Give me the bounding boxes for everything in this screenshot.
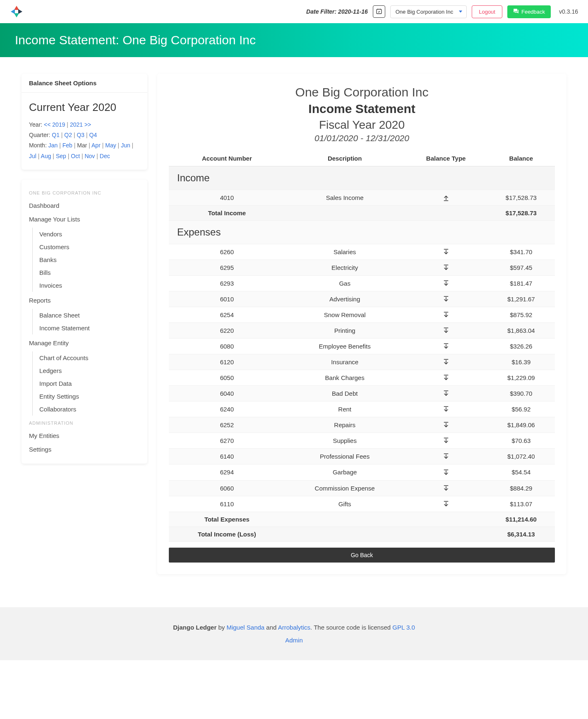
quarter-link-q4[interactable]: Q4 — [89, 132, 97, 138]
nav-report-balance-sheet[interactable]: Balance Sheet — [33, 309, 147, 322]
month-link-may[interactable]: May — [105, 142, 116, 149]
arrow-down-icon — [442, 452, 450, 459]
footer-admin-link[interactable]: Admin — [285, 637, 303, 644]
footer-company-link[interactable]: Arrobalytics — [278, 624, 310, 631]
month-link-jan[interactable]: Jan — [48, 142, 58, 149]
nav-report-income-statement[interactable]: Income Statement — [33, 322, 147, 334]
nav-entity-import-data[interactable]: Import Data — [33, 377, 147, 390]
entity-select[interactable]: One Big Corporation Inc — [390, 5, 467, 18]
footer-author-link[interactable]: Miguel Sanda — [226, 624, 264, 631]
arrow-up-icon — [442, 194, 450, 201]
arrow-down-icon — [442, 295, 450, 302]
col-balance-type: Balance Type — [405, 151, 487, 166]
table-row: 6040Bad Debt$390.70 — [169, 386, 555, 402]
month-link-jun[interactable]: Jun — [121, 142, 130, 149]
quarter-link-q1[interactable]: Q1 — [52, 132, 60, 138]
nav-list-invoices[interactable]: Invoices — [33, 279, 147, 292]
nav-section-entity: ONE BIG CORPORATION INC — [22, 187, 147, 199]
arrow-down-icon — [442, 279, 450, 286]
col-description: Description — [285, 151, 405, 166]
options-card: Balance Sheet Options Current Year 2020 … — [22, 74, 147, 170]
nav-list-banks[interactable]: Banks — [33, 253, 147, 266]
logout-button[interactable]: Logout — [472, 5, 502, 18]
prev-year-link[interactable]: << 2019 — [44, 121, 65, 128]
quarter-link-q2[interactable]: Q2 — [64, 132, 72, 138]
month-current: Mar — [77, 142, 87, 149]
comment-icon — [513, 8, 519, 15]
nav-list-vendors[interactable]: Vendors — [33, 228, 147, 240]
table-row: 6260Salaries$341.70 — [169, 244, 555, 260]
table-row: 6293Gas$181.47 — [169, 276, 555, 291]
hero-banner: Income Statement: One Big Corporation In… — [0, 23, 588, 57]
svg-rect-4 — [377, 9, 382, 14]
arrow-down-icon — [442, 342, 450, 349]
nav-entity-collaborators[interactable]: Collaborators — [33, 403, 147, 416]
footer-license-link[interactable]: GPL 3.0 — [392, 624, 415, 631]
page-title: Income Statement: One Big Corporation In… — [15, 33, 573, 47]
table-row: 6220Printing$1,863.04 — [169, 323, 555, 339]
month-link-jul[interactable]: Jul — [29, 153, 36, 159]
month-link-apr[interactable]: Apr — [91, 142, 101, 149]
arrow-down-icon — [442, 264, 450, 271]
table-row: 6270Supplies$70.63 — [169, 433, 555, 449]
app-logo — [10, 5, 23, 18]
table-row: 4010Sales Income$17,528.73 — [169, 190, 555, 206]
table-row: 6080Employee Benefits$326.26 — [169, 339, 555, 354]
nav-settings[interactable]: Settings — [22, 442, 147, 456]
nav-manage-entity[interactable]: Manage Entity — [22, 336, 147, 350]
col-balance: Balance — [487, 151, 555, 166]
entity-select-value: One Big Corporation Inc — [396, 9, 453, 15]
arrow-down-icon — [442, 327, 450, 334]
total-row: Total Income$17,528.73 — [169, 206, 555, 221]
date-picker-button[interactable] — [373, 5, 385, 18]
table-row: 6140Professional Fees$1,072.40 — [169, 449, 555, 464]
arrow-down-icon — [442, 248, 450, 255]
current-year-title: Current Year 2020 — [29, 101, 140, 114]
nav-section-admin: ADMINISTRATION — [22, 417, 147, 429]
nav-my-entities[interactable]: My Entities — [22, 429, 147, 442]
report-company: One Big Corporation Inc — [169, 85, 555, 99]
table-row: 6050Bank Charges$1,229.09 — [169, 370, 555, 386]
table-row: 6254Snow Removal$875.92 — [169, 307, 555, 323]
feedback-button[interactable]: Feedback — [507, 5, 551, 18]
table-row: 6252Repairs$1,849.06 — [169, 417, 555, 433]
sidebar-nav: ONE BIG CORPORATION INC Dashboard Manage… — [22, 180, 147, 464]
svg-marker-3 — [14, 13, 19, 17]
report-fiscal: Fiscal Year 2020 — [169, 118, 555, 132]
month-link-feb[interactable]: Feb — [62, 142, 72, 149]
quarter-link-q3[interactable]: Q3 — [77, 132, 84, 138]
month-link-nov[interactable]: Nov — [84, 153, 95, 159]
arrow-down-icon — [442, 500, 450, 507]
total-row: Total Expenses$11,214.60 — [169, 512, 555, 527]
topbar: Date Filter: 2020-11-16 One Big Corporat… — [0, 0, 588, 23]
nav-entity-chart-of-accounts[interactable]: Chart of Accounts — [33, 351, 147, 364]
arrow-down-icon — [442, 374, 450, 381]
next-year-link[interactable]: 2021 >> — [70, 121, 91, 128]
nav-entity-entity-settings[interactable]: Entity Settings — [33, 390, 147, 403]
month-filter-row: Month: Jan | Feb | Mar | Apr | May | Jun… — [29, 140, 140, 161]
nav-list-bills[interactable]: Bills — [33, 266, 147, 279]
table-row: 6010Advertising$1,291.67 — [169, 291, 555, 307]
section-income: Income — [169, 166, 555, 190]
go-back-button[interactable]: Go Back — [169, 548, 555, 563]
nav-entity-ledgers[interactable]: Ledgers — [33, 364, 147, 377]
report-range: 01/01/2020 - 12/31/2020 — [169, 133, 555, 143]
options-header: Balance Sheet Options — [22, 74, 147, 93]
nav-dashboard[interactable]: Dashboard — [22, 199, 147, 212]
year-filter-row: Year: << 2019 | 2021 >> — [29, 120, 140, 130]
nav-list-customers[interactable]: Customers — [33, 240, 147, 253]
arrow-down-icon — [442, 358, 450, 365]
arrow-down-icon — [442, 311, 450, 318]
month-link-oct[interactable]: Oct — [71, 153, 80, 159]
month-link-sep[interactable]: Sep — [56, 153, 66, 159]
nav-manage-lists[interactable]: Manage Your Lists — [22, 212, 147, 226]
table-row: 6294Garbage$54.54 — [169, 464, 555, 480]
nav-reports[interactable]: Reports — [22, 293, 147, 307]
month-link-dec[interactable]: Dec — [100, 153, 110, 159]
arrow-down-icon — [442, 405, 450, 412]
month-link-aug[interactable]: Aug — [41, 153, 51, 159]
footer: Django Ledger by Miguel Sanda and Arroba… — [0, 607, 588, 660]
version-label: v0.3.16 — [559, 8, 578, 15]
table-row: 6240Rent$56.92 — [169, 402, 555, 417]
calendar-check-icon — [376, 8, 382, 16]
